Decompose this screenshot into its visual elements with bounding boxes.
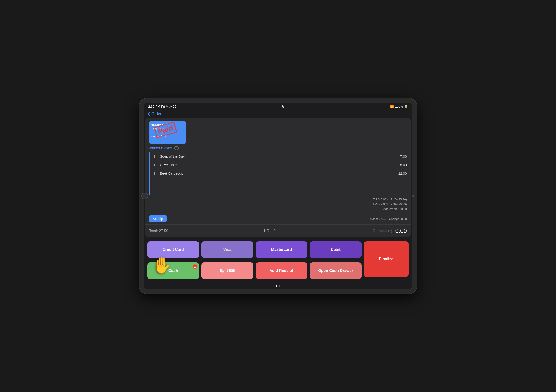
- wifi-icon: 📶: [390, 105, 394, 108]
- open-cash-drawer-button[interactable]: Open Cash Drawer: [310, 262, 362, 279]
- ipad-screen: 2:39 PM Fri May 22 5 📶 100% 🔋 ❮ Order #5…: [144, 103, 412, 289]
- item-left: 1 Olive Plate: [154, 163, 177, 167]
- item-name: Olive Plate: [160, 163, 177, 167]
- item-qty: 1: [154, 171, 157, 175]
- item-price: 7.00: [400, 154, 407, 158]
- table-row: 1 Soup of the Day 7.00: [154, 152, 407, 161]
- customer-section: James Blakey ✕: [146, 144, 410, 152]
- total-label: Total:: [149, 229, 159, 233]
- credit-line: Add credit: -50.00: [149, 207, 407, 211]
- home-button[interactable]: [141, 192, 148, 200]
- visa-button[interactable]: Visa: [201, 241, 253, 258]
- customer-name: James Blakey: [149, 146, 172, 150]
- receipt-card[interactable]: #563957 Total: 27.59 Paid: 27.59 Outstan…: [149, 121, 186, 144]
- battery-label: 100%: [395, 105, 403, 108]
- back-button[interactable]: ❮ Order: [147, 111, 161, 116]
- item-name: Beet Carpaccio: [160, 171, 184, 175]
- nav-title: 5: [282, 104, 284, 108]
- status-icons: 📶 100% 🔋: [390, 105, 408, 108]
- credit-card-button[interactable]: Credit Card: [147, 241, 199, 258]
- cash-summary: Cash: 77.59 - Change: 0.00: [370, 217, 407, 221]
- close-customer-button[interactable]: ✕: [174, 146, 178, 150]
- payment-rows: Credit Card Visa Mastercard Debit Cash 1…: [147, 241, 409, 281]
- nr-value: n/a: [271, 229, 277, 233]
- order-items-list: 1 Soup of the Day 7.00 1 Olive Plate 5.0…: [149, 152, 410, 195]
- back-label: Order: [151, 112, 161, 116]
- total-value: 27.59: [159, 229, 168, 233]
- debit-button[interactable]: Debit: [310, 241, 362, 258]
- item-left: 1 Soup of the Day: [154, 154, 185, 158]
- item-qty: 1: [154, 163, 157, 167]
- page-dots: [147, 284, 409, 288]
- button-row-1: Credit Card Visa Mastercard Debit: [147, 241, 362, 258]
- finalize-button[interactable]: Finalize: [364, 241, 409, 277]
- table-row: 1 Olive Plate 5.00: [154, 161, 407, 169]
- item-name: Soup of the Day: [160, 154, 185, 158]
- nr-label: NR:: [264, 229, 271, 233]
- cash-button[interactable]: Cash 1: [147, 262, 199, 279]
- nav-bar: ❮ Order: [144, 110, 412, 118]
- tip-section: Add tip Cash: 77.59 - Change: 0.00: [146, 213, 410, 224]
- item-qty: 1: [154, 154, 157, 158]
- payment-buttons: Credit Card Visa Mastercard Debit Cash 1…: [144, 239, 412, 289]
- outstanding-label: Outstanding:: [373, 229, 394, 233]
- item-price: 12.00: [398, 171, 407, 175]
- battery-icon: 🔋: [404, 105, 408, 108]
- split-bill-button[interactable]: Split Bill: [201, 262, 253, 279]
- side-button: [412, 195, 415, 197]
- payment-grid: Credit Card Visa Mastercard Debit Cash 1…: [147, 241, 362, 281]
- receipt-area: #563957 Total: 27.59 Paid: 27.59 Outstan…: [146, 118, 410, 144]
- page-dot-1: [276, 285, 277, 287]
- footer-totals: Total: 27.59 NR: n/a Outstanding: 0.00: [146, 224, 410, 237]
- outstanding-value: 0.00: [395, 227, 407, 234]
- cash-badge: 1: [193, 264, 197, 269]
- status-time: 2:39 PM Fri May 22: [148, 105, 176, 108]
- tvq-line: T.V.Q 9.98%: 2.39 (26.39): [149, 202, 407, 207]
- table-row: 1 Beet Carpaccio 12.00: [154, 169, 407, 177]
- main-content: #563957 Total: 27.59 Paid: 27.59 Outstan…: [146, 118, 410, 237]
- footer-total: Total: 27.59: [149, 229, 168, 233]
- mastercard-button[interactable]: Mastercard: [256, 241, 308, 258]
- item-price: 5.00: [400, 163, 407, 167]
- item-left: 1 Beet Carpaccio: [154, 171, 184, 175]
- ipad-frame: 2:39 PM Fri May 22 5 📶 100% 🔋 ❮ Order #5…: [139, 98, 417, 294]
- chevron-left-icon: ❮: [147, 111, 151, 116]
- summary-lines: T.P.S 5.00%: 1.20 (25.20) T.V.Q 9.98%: 2…: [146, 195, 410, 213]
- tps-line: T.P.S 5.00%: 1.20 (25.20): [149, 197, 407, 202]
- void-receipt-button[interactable]: Void Receipt: [256, 262, 308, 279]
- status-bar: 2:39 PM Fri May 22 5 📶 100% 🔋: [144, 103, 412, 110]
- button-row-2: Cash 1 Split Bill Void Receipt Open Cash…: [147, 262, 362, 279]
- add-tip-button[interactable]: Add tip: [149, 215, 167, 223]
- footer-nr: NR: n/a: [264, 229, 277, 233]
- page-dot-2: [279, 285, 280, 287]
- outstanding-section: Outstanding: 0.00: [373, 227, 407, 234]
